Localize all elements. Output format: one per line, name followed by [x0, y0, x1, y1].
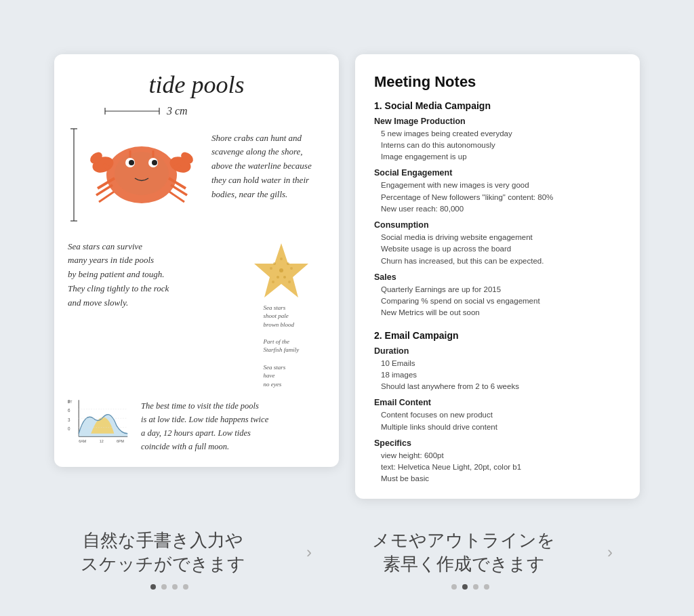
- seastar-small-notes: Sea starsshoot palebrown blood Part of t…: [264, 304, 300, 389]
- tide-chart: 9 6 3 0 FT 6AM 12 6PM: [68, 399, 136, 449]
- note-item: Website usage is up across the board: [381, 243, 621, 255]
- dot-1[interactable]: [150, 584, 156, 590]
- note-item: Quarterly Earnings are up for 2015: [381, 284, 621, 295]
- main-container: tide pools 3 cm: [27, 27, 667, 512]
- svg-point-10: [129, 160, 134, 165]
- tide-section: 9 6 3 0 FT 6AM 12 6PM: [68, 399, 325, 453]
- svg-point-28: [273, 262, 276, 265]
- sub-header-new-image: New Image Production: [374, 117, 621, 126]
- svg-text:6AM: 6AM: [79, 440, 87, 444]
- svg-point-27: [279, 268, 283, 272]
- note-item: New Metrics will be out soon: [381, 307, 621, 319]
- note-item: Must be basic: [381, 473, 621, 485]
- right-caption-section: メモやアウトラインを 素早く作成できます ›: [328, 529, 613, 590]
- svg-point-34: [290, 267, 293, 270]
- svg-point-31: [283, 276, 286, 279]
- measurement-arrow: [102, 104, 163, 118]
- seastar-image: Sea starsshoot palebrown blood Part of t…: [237, 240, 325, 389]
- dot-2[interactable]: [161, 584, 167, 590]
- measurement-label: 3 cm: [167, 105, 188, 117]
- svg-text:12: 12: [100, 440, 104, 444]
- right-caption-line2: 素早く作成できます: [383, 554, 545, 574]
- svg-point-33: [270, 267, 272, 270]
- crab-section: Shore crabs can hunt andscavenge along t…: [68, 121, 325, 229]
- svg-point-35: [272, 281, 274, 283]
- note-item: Engagement with new images is very good: [381, 180, 621, 191]
- vertical-ruler: [68, 127, 80, 222]
- right-chevron-icon[interactable]: ›: [607, 543, 613, 562]
- dot-3[interactable]: [473, 584, 478, 590]
- note-item: 10 Emails: [381, 358, 621, 369]
- note-item: Content focuses on new product: [381, 409, 621, 421]
- note-item: Interns can do this autonomously: [381, 140, 621, 151]
- seastar-note: Sea stars can survivemany years in tide …: [68, 240, 232, 310]
- section1-header: 1. Social Media Campaign: [374, 100, 621, 111]
- svg-text:6PM: 6PM: [117, 440, 125, 444]
- note-item: Comparing % spend on social vs engagemen…: [381, 295, 621, 307]
- right-caption-row: メモやアウトラインを 素早く作成できます ›: [328, 529, 613, 576]
- dot-4[interactable]: [484, 584, 489, 590]
- left-caption-line2: スケッチができます: [81, 554, 245, 574]
- sub-header-social-engagement: Social Engagement: [374, 168, 621, 178]
- left-chevron-icon[interactable]: ›: [306, 543, 312, 562]
- sub-header-specifics: Specifics: [374, 438, 621, 448]
- svg-text:3: 3: [68, 417, 70, 422]
- svg-point-11: [152, 160, 157, 165]
- note-item: Churn has increased, but this can be exp…: [381, 255, 621, 267]
- right-caption-line1: メモやアウトラインを: [372, 530, 555, 550]
- left-card: tide pools 3 cm: [54, 54, 339, 468]
- crab-image: [84, 121, 206, 229]
- note-item: Image engagement is up: [381, 151, 621, 163]
- svg-point-30: [277, 276, 279, 279]
- dot-3[interactable]: [172, 584, 178, 590]
- sub-header-sales: Sales: [374, 272, 621, 282]
- dot-2[interactable]: [462, 584, 468, 590]
- section2-header: 2. Email Campaign: [374, 330, 621, 341]
- note-item: 5 new images being created everyday: [381, 128, 621, 140]
- right-dots: [451, 584, 489, 590]
- tide-note: The best time to visit the tide poolsis …: [141, 399, 325, 453]
- sub-header-consumption: Consumption: [374, 220, 621, 230]
- sub-header-duration: Duration: [374, 346, 621, 356]
- left-caption-row: 自然な手書き入力や スケッチができます ›: [27, 529, 312, 576]
- svg-text:6: 6: [68, 409, 70, 413]
- note-item: Social media is driving website engageme…: [381, 232, 621, 243]
- dot-4[interactable]: [183, 584, 188, 590]
- note-item: Multiple links should drive content: [381, 422, 621, 433]
- svg-text:0: 0: [68, 427, 70, 432]
- note-item: New user reach: 80,000: [381, 203, 621, 215]
- tide-pools-title: tide pools: [149, 70, 245, 99]
- seastar-left: Sea stars can survivemany years in tide …: [68, 240, 237, 310]
- note-item: Percentage of New followers "liking" con…: [381, 192, 621, 203]
- sub-header-email-content: Email Content: [374, 398, 621, 407]
- left-caption-section: 自然な手書き入力や スケッチができます ›: [27, 529, 312, 590]
- crab-note: Shore crabs can hunt andscavenge along t…: [211, 131, 325, 202]
- svg-point-29: [287, 262, 289, 265]
- meeting-notes-title: Meeting Notes: [374, 73, 621, 91]
- note-item: 18 images: [381, 369, 621, 381]
- dot-1[interactable]: [451, 584, 457, 590]
- left-dots: [150, 584, 188, 590]
- svg-point-32: [280, 258, 283, 260]
- note-item: Should last anywhere from 2 to 6 weeks: [381, 381, 621, 392]
- right-card: Meeting Notes 1. Social Media Campaign N…: [355, 54, 640, 499]
- left-caption-line1: 自然な手書き入力や: [83, 530, 243, 550]
- right-caption-text: メモやアウトラインを 素早く作成できます: [328, 529, 599, 576]
- note-item: text: Helvetica Neue Light, 20pt, color …: [381, 461, 621, 473]
- note-item: view height: 600pt: [381, 450, 621, 461]
- bottom-captions-area: 自然な手書き入力や スケッチができます › メモやアウトラインを 素早く作成でき…: [0, 529, 694, 590]
- svg-point-7: [115, 152, 169, 195]
- left-caption-text: 自然な手書き入力や スケッチができます: [27, 529, 298, 576]
- svg-point-36: [288, 281, 291, 283]
- svg-text:FT: FT: [68, 400, 73, 404]
- seastar-section: Sea stars can survivemany years in tide …: [68, 240, 325, 389]
